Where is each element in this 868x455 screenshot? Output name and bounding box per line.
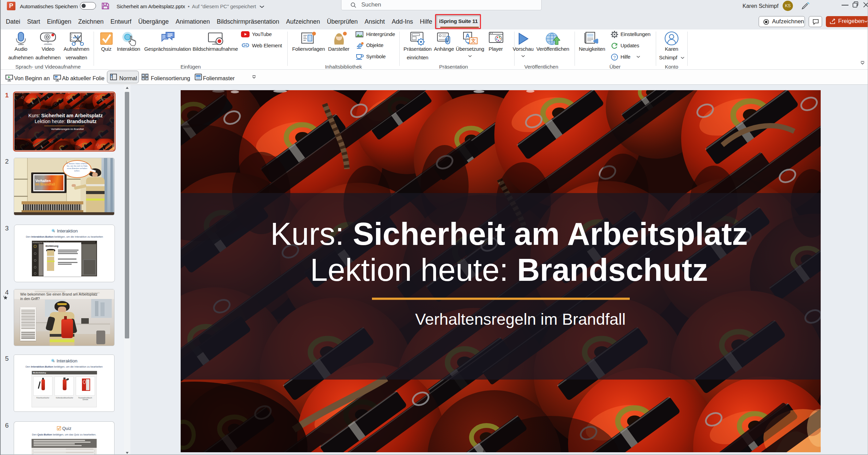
svg-text:?: ? [613, 55, 616, 60]
svg-text:文: 文 [471, 38, 476, 44]
svg-text:A: A [466, 33, 470, 39]
svg-text:Lektion heute: Brandschutz: Lektion heute: Brandschutz [310, 252, 708, 287]
svg-text:Kurs: Sicherheit am Arbeitspla: Kurs: Sicherheit am Arbeitsplatz [270, 216, 748, 251]
svg-text:Verhaltensregeln im Brandfall: Verhaltensregeln im Brandfall [415, 310, 626, 328]
